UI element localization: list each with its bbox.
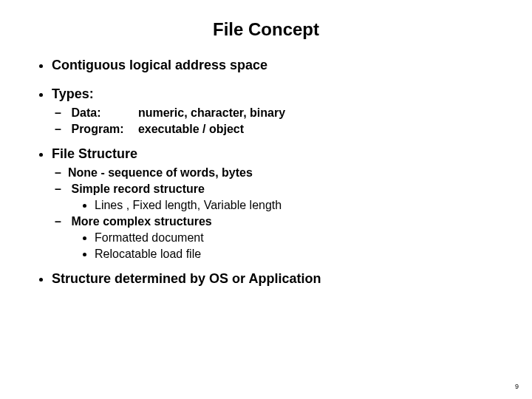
fs-complex: More complex structures Formatted docume… [68,215,502,261]
types-data-key: Data: [71,106,134,120]
types-program: Program: executable / object [68,123,502,136]
bullet-file-structure-label: File Structure [52,146,137,161]
fs-complex-label: More complex structures [71,215,211,228]
file-structure-list: None - sequence of words, bytes Simple r… [52,166,502,261]
types-list: Data: numeric, character, binary Program… [52,106,502,136]
types-program-key: Program: [71,123,134,136]
bullet-types: Types: Data: numeric, character, binary … [52,86,502,136]
fs-complex-relocatable: Relocatable load file [95,248,502,261]
bullet-file-structure: File Structure None - sequence of words,… [52,146,502,261]
slide: File Concept Contiguous logical address … [0,0,532,399]
types-data-val: numeric, character, binary [138,106,285,119]
fs-simple-lines: Lines , Fixed length, Variable length [95,199,502,212]
types-program-val: executable / object [138,123,244,135]
fs-simple-label: Simple record structure [71,183,205,195]
bullet-list: Contiguous logical address space Types: … [30,58,502,287]
fs-complex-sublist: Formatted document Relocatable load file [68,231,502,261]
fs-complex-formatted: Formatted document [95,231,502,245]
bullet-structure-determined: Structure determined by OS or Applicatio… [52,271,502,287]
bullet-contiguous: Contiguous logical address space [52,58,502,73]
page-number: 9 [515,383,519,390]
types-data: Data: numeric, character, binary [68,106,502,120]
fs-simple: Simple record structure Lines , Fixed le… [68,183,502,212]
bullet-types-label: Types: [52,86,94,101]
fs-none: None - sequence of words, bytes [68,166,502,180]
slide-title: File Concept [30,19,502,40]
fs-simple-sublist: Lines , Fixed length, Variable length [68,199,502,212]
